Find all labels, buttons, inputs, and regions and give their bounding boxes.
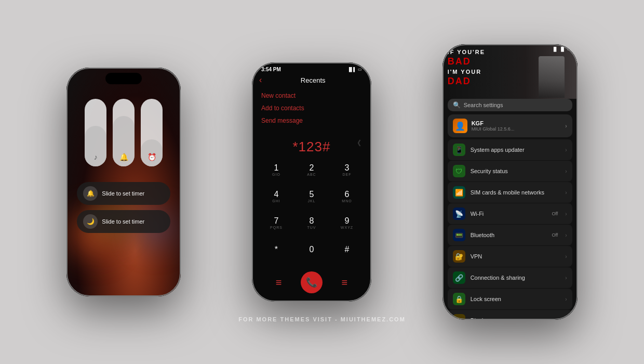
chevron-icon-2: › — [565, 168, 567, 174]
wifi-icon: 📡 — [453, 207, 465, 220]
settings-list: 📱 System apps updater › 🛡 Security statu… — [442, 139, 578, 320]
setting-lock-screen[interactable]: 🔒 Lock screen › — [448, 289, 572, 309]
phone2-title: Recents — [262, 76, 364, 84]
phone1-screen: ♪ 🔔 ⏰ 🔔 Slide to set timer 🌙 — [66, 68, 181, 296]
phone3-screen: ▐▌ ▐▌ ▭ IF YOU'RE BAD I'M YOUR DAD — [442, 44, 578, 320]
profile-icon: 👤 — [453, 119, 467, 133]
key-5[interactable]: 5 JKL — [294, 187, 329, 206]
watermark-text: FOR MORE THEMES VISIT - MIUITHEMEZ.COM — [238, 316, 406, 322]
send-message-action[interactable]: Send message — [261, 117, 362, 124]
call-button[interactable]: 📞 — [301, 271, 323, 293]
key-6[interactable]: 6 MNO — [330, 187, 364, 206]
timer-button-1[interactable]: 🔔 Slide to set timer — [77, 182, 170, 205]
slider-music[interactable]: ♪ — [85, 99, 106, 166]
backspace-button[interactable]: 《 — [354, 139, 361, 148]
key-3[interactable]: 3 DEF — [330, 160, 364, 180]
chevron-icon-4: › — [565, 211, 567, 217]
system-apps-label: System apps updater — [471, 147, 560, 153]
settings-search[interactable]: 🔍 Search settings — [448, 99, 572, 111]
lock-screen-label: Lock screen — [471, 296, 560, 302]
call-side-right[interactable]: ≡ — [333, 271, 355, 293]
setting-wifi[interactable]: 📡 Wi-Fi Off › — [448, 203, 572, 224]
hero-silhouette — [539, 56, 565, 98]
phone-3: ▐▌ ▐▌ ▭ IF YOU'RE BAD I'M YOUR DAD — [442, 44, 578, 320]
chevron-icon-8: › — [565, 296, 567, 302]
chevron-icon-6: › — [565, 254, 567, 259]
display-label: Display — [471, 317, 560, 320]
timer-icon-1: 🔔 — [83, 186, 98, 201]
music-icon: ♪ — [94, 153, 98, 161]
signal-icon-2: ▐▌ — [559, 47, 565, 51]
phone-2: 3:54 PM ▐▌▌ ▭ ‹ Recents New contact Add … — [252, 62, 371, 302]
key-star[interactable]: * — [259, 240, 293, 259]
chevron-icon-5: › — [565, 232, 567, 238]
security-status-icon: 🛡 — [453, 165, 465, 177]
hero-text: IF YOU'RE BAD I'M YOUR DAD — [448, 48, 485, 87]
slider-alarm[interactable]: ⏰ — [141, 99, 163, 166]
key-9[interactable]: 9 WXYZ — [330, 213, 364, 233]
setting-vpn[interactable]: 🔐 VPN › — [448, 246, 572, 267]
call-side-left[interactable]: ≡ — [268, 271, 290, 293]
phone3-hero: ▐▌ ▐▌ ▭ IF YOU'RE BAD I'M YOUR DAD — [442, 44, 578, 99]
bluetooth-value: Off — [552, 232, 558, 238]
system-apps-icon: 📱 — [453, 144, 465, 156]
profile-subtitle: MIUI Global 12.5.6... — [472, 126, 561, 132]
sim-icon: 📶 — [453, 186, 465, 199]
setting-bluetooth[interactable]: 📟 Bluetooth Off › — [448, 225, 572, 245]
phone2-screen: 3:54 PM ▐▌▌ ▭ ‹ Recents New contact Add … — [252, 62, 371, 302]
setting-connection-sharing[interactable]: 🔗 Connection & sharing › — [448, 267, 572, 288]
setting-system-apps[interactable]: 📱 System apps updater › — [448, 139, 572, 160]
profile-name: KGF — [472, 120, 561, 126]
key-0[interactable]: 0 — [294, 240, 329, 259]
chevron-icon-3: › — [565, 190, 567, 196]
key-7[interactable]: 7 PQRS — [259, 213, 293, 233]
display-icon: 🖥 — [453, 314, 465, 320]
signal-icon: ▐▌▌ — [347, 67, 356, 72]
signal-icon-1: ▐▌ — [552, 47, 558, 51]
key-8[interactable]: 8 TUV — [294, 213, 329, 233]
key-4[interactable]: 4 GHI — [259, 187, 293, 206]
key-2[interactable]: 2 ABC — [294, 160, 329, 180]
phone2-bottom-bar: ≡ 📞 ≡ — [252, 267, 371, 302]
wifi-label: Wi-Fi — [471, 211, 547, 217]
timer-icon-2: 🌙 — [83, 214, 98, 229]
setting-display[interactable]: 🖥 Display › — [448, 310, 572, 320]
key-hash[interactable]: # — [330, 240, 364, 259]
phone2-status-bar: 3:54 PM ▐▌▌ ▭ — [252, 62, 371, 74]
dial-number-display: *123# — [284, 128, 340, 158]
timer-button-2[interactable]: 🌙 Slide to set timer — [77, 210, 170, 233]
timer-buttons-container: 🔔 Slide to set timer 🌙 Slide to set time… — [77, 182, 170, 233]
wifi-value: Off — [552, 211, 558, 216]
hero-line4: DAD — [448, 75, 485, 87]
slider-bell[interactable]: 🔔 — [113, 99, 135, 166]
lock-screen-icon: 🔒 — [453, 293, 465, 305]
add-contact-action[interactable]: Add to contacts — [261, 105, 362, 112]
setting-security-status[interactable]: 🛡 Security status › — [448, 161, 572, 181]
setting-sim-cards[interactable]: 📶 SIM cards & mobile networks › — [448, 182, 572, 203]
phone2-time: 3:54 PM — [261, 67, 281, 72]
vpn-icon: 🔐 — [453, 250, 465, 263]
dial-number-row: *123# 《 — [252, 128, 371, 158]
chevron-icon-9: › — [565, 318, 567, 320]
timer-label-2: Slide to set timer — [102, 218, 144, 225]
timer-label-1: Slide to set timer — [102, 190, 144, 197]
hero-line2: BAD — [448, 56, 485, 68]
sim-label: SIM cards & mobile networks — [471, 189, 560, 196]
search-placeholder-text: Search settings — [464, 102, 503, 108]
security-status-label: Security status — [471, 168, 560, 174]
keypad: 1 GIO 2 ABC 3 DEF 4 GHI 5 JKL — [252, 158, 371, 267]
battery-icon-3: ▭ — [567, 47, 571, 51]
alarm-icon: ⏰ — [147, 153, 156, 161]
profile-row[interactable]: 👤 KGF MIUI Global 12.5.6... › — [448, 114, 572, 137]
bluetooth-label: Bluetooth — [471, 232, 547, 238]
phone3-status-bar: ▐▌ ▐▌ ▭ — [442, 44, 578, 54]
battery-icon: ▭ — [358, 67, 362, 72]
hero-line3: I'M YOUR — [448, 68, 485, 75]
profile-info: KGF MIUI Global 12.5.6... — [472, 120, 561, 132]
phone3-status-icons: ▐▌ ▐▌ ▭ — [552, 47, 571, 51]
phone2-header: ‹ Recents — [252, 74, 371, 88]
phone2-status-icons: ▐▌▌ ▭ — [347, 67, 362, 72]
key-1[interactable]: 1 GIO — [259, 160, 293, 180]
scene: FOR MORE THEMES VISIT - MIUITHEMEZ.COM ♪… — [0, 0, 644, 364]
new-contact-action[interactable]: New contact — [261, 92, 362, 99]
